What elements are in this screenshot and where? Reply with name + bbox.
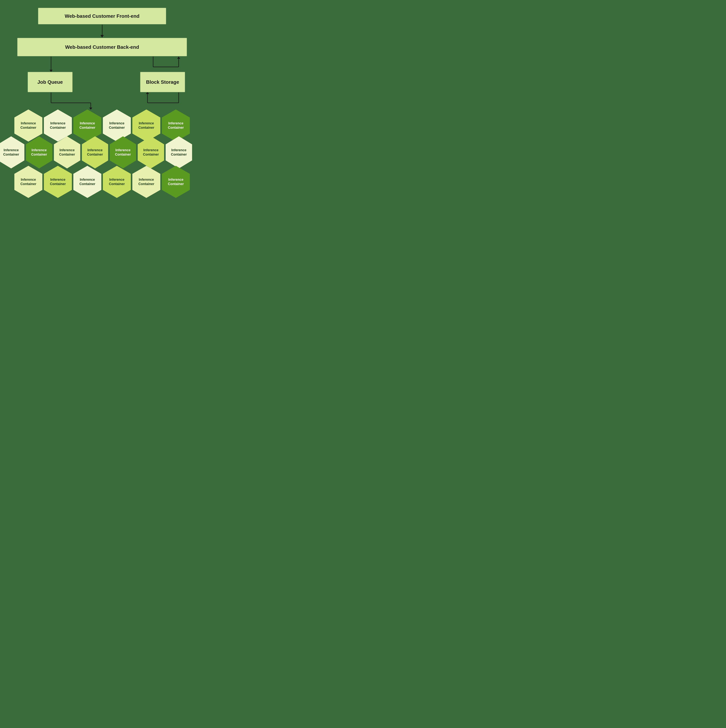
svg-marker-13	[146, 92, 149, 94]
svg-marker-9	[89, 107, 92, 109]
inference-container-r3c2: InferenceContainer	[44, 166, 72, 198]
hex-row-3: InferenceContainer InferenceContainer In…	[11, 166, 193, 198]
inference-container-r2c1: InferenceContainer	[0, 136, 25, 168]
lower-connector-svg	[17, 92, 187, 109]
arrow-frontend-to-backend	[100, 24, 104, 38]
hex-grid: InferenceContainer InferenceContainer In…	[11, 109, 193, 193]
lower-connector-area	[17, 92, 187, 109]
mid-row: Job Queue Block Storage	[17, 72, 187, 92]
inference-container-r2c7: InferenceContainer	[165, 136, 192, 168]
inference-container-r3c3: InferenceContainer	[74, 166, 101, 198]
inference-container-r3c5: InferenceContainer	[132, 166, 160, 198]
connector-svg	[17, 57, 187, 72]
inference-container-r3c4: InferenceContainer	[103, 166, 131, 198]
connector-area	[17, 57, 187, 72]
inference-container-r2c5: InferenceContainer	[110, 136, 136, 168]
inference-container-r2c6: InferenceContainer	[138, 136, 164, 168]
backend-box: Web-based Customer Back-end	[17, 38, 187, 57]
queue-box: Job Queue	[28, 72, 73, 92]
inference-container-r2c4: InferenceContainer	[82, 136, 108, 168]
svg-marker-5	[177, 57, 180, 59]
inference-container-r3c6: InferenceContainer	[162, 166, 190, 198]
frontend-box: Web-based Customer Front-end	[38, 8, 166, 24]
storage-box: Block Storage	[140, 72, 185, 92]
inference-container-r2c2: InferenceContainer	[26, 136, 52, 168]
inference-container-r3c1: InferenceContainer	[14, 166, 42, 198]
